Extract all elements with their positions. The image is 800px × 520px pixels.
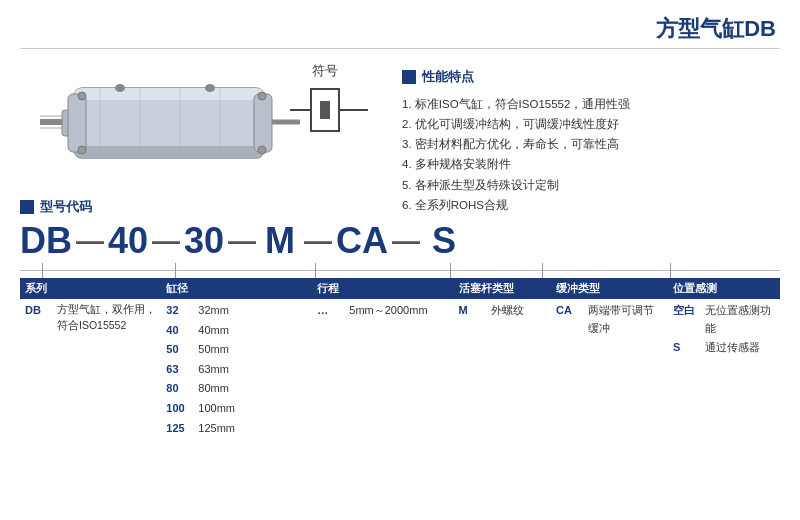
code-m: M	[260, 220, 300, 262]
bore-key-5: 100	[166, 400, 194, 418]
symbol-label: 符号	[312, 62, 338, 80]
section-title: 型号代码	[20, 198, 92, 216]
svg-rect-5	[74, 88, 264, 100]
svg-rect-6	[74, 146, 264, 158]
buffer-val-0: 两端带可调节缓冲	[588, 302, 663, 337]
col-series: 系列 DB 方型气缸，双作用，符合ISO15552	[20, 278, 161, 438]
col-buffer-header: 缓冲类型	[551, 278, 668, 299]
sensor-key-1: S	[673, 339, 701, 357]
connector-sensor	[670, 263, 671, 278]
svg-point-14	[258, 146, 266, 154]
page-title: 方型气缸DB	[656, 14, 776, 44]
connector-rod	[450, 263, 451, 278]
col-bore-header: 缸径	[161, 278, 312, 299]
feature-item-5: 5. 各种派生型及特殊设计定制	[402, 175, 768, 195]
col-series-header: 系列	[20, 278, 161, 299]
dash-1: —	[72, 225, 108, 257]
bore-key-4: 80	[166, 380, 194, 398]
bore-val-6: 125mm	[198, 420, 235, 438]
feature-item-6: 6. 全系列ROHS合规	[402, 195, 768, 215]
connector-db	[42, 263, 43, 278]
col-bore-row-5: 100 100mm	[161, 399, 312, 419]
col-rod: 活塞杆类型 M 外螺纹	[454, 278, 551, 438]
dash-5: —	[388, 225, 424, 257]
symbol-area: 符号	[310, 62, 340, 132]
sensor-key-0: 空白	[673, 302, 701, 337]
features-icon	[402, 70, 416, 84]
series-key-0: DB	[25, 302, 53, 334]
code-s: S	[424, 220, 464, 262]
col-sensor-header: 位置感测	[668, 278, 780, 299]
col-buffer-row-0: CA 两端带可调节缓冲	[551, 301, 668, 338]
bore-val-2: 50mm	[198, 341, 229, 359]
feature-item-4: 4. 多种规格安装附件	[402, 154, 768, 174]
col-buffer: 缓冲类型 CA 两端带可调节缓冲	[551, 278, 668, 438]
dash-2: —	[148, 225, 184, 257]
connector-stroke	[315, 263, 316, 278]
sensor-val-1: 通过传感器	[705, 339, 760, 357]
top-divider	[20, 48, 780, 49]
svg-rect-7	[68, 94, 86, 152]
col-bore-row-4: 80 80mm	[161, 379, 312, 399]
code-30: 30	[184, 220, 224, 262]
symbol-box	[310, 88, 340, 132]
bore-val-3: 63mm	[198, 361, 229, 379]
col-stroke: 行程 … 5mm～2000mm	[312, 278, 453, 438]
model-code: DB — 40 — 30 — M — CA — S	[20, 220, 780, 262]
svg-point-13	[78, 146, 86, 154]
product-image	[30, 58, 310, 188]
col-stroke-header: 行程	[312, 278, 453, 299]
bore-key-3: 63	[166, 361, 194, 379]
col-sensor-row-0: 空白 无位置感测功能	[668, 301, 780, 338]
col-sensor-row-1: S 通过传感器	[668, 338, 780, 358]
col-sensor: 位置感测 空白 无位置感测功能 S 通过传感器	[668, 278, 780, 438]
section-title-text: 型号代码	[40, 198, 92, 216]
code-columns: 系列 DB 方型气缸，双作用，符合ISO15552 缸径 32 32mm 40 …	[20, 278, 780, 438]
connector-bore	[175, 263, 176, 278]
bore-val-4: 80mm	[198, 380, 229, 398]
col-bore-row-3: 63 63mm	[161, 360, 312, 380]
bore-key-6: 125	[166, 420, 194, 438]
col-rod-header: 活塞杆类型	[454, 278, 551, 299]
col-bore-row-0: 32 32mm	[161, 301, 312, 321]
svg-rect-8	[254, 94, 272, 152]
col-rod-row-0: M 外螺纹	[454, 301, 551, 321]
stroke-key-0: …	[317, 302, 345, 320]
cylinder-svg	[40, 78, 300, 168]
bore-key-1: 40	[166, 322, 194, 340]
features-list: 1. 标准ISO气缸，符合ISO15552，通用性强 2. 优化可调缓冲结构，可…	[402, 94, 768, 215]
buffer-key-0: CA	[556, 302, 584, 337]
col-series-row-0: DB 方型气缸，双作用，符合ISO15552	[20, 301, 161, 335]
feature-item-3: 3. 密封材料配方优化，寿命长，可靠性高	[402, 134, 768, 154]
bore-key-0: 32	[166, 302, 194, 320]
features-title-text: 性能特点	[422, 68, 474, 86]
col-bore: 缸径 32 32mm 40 40mm 50 50mm 63 63mm 80 80…	[161, 278, 312, 438]
bore-val-5: 100mm	[198, 400, 235, 418]
col-bore-row-1: 40 40mm	[161, 321, 312, 341]
svg-point-12	[258, 92, 266, 100]
features-title: 性能特点	[402, 68, 768, 86]
code-db: DB	[20, 220, 72, 262]
features-panel: 性能特点 1. 标准ISO气缸，符合ISO15552，通用性强 2. 优化可调缓…	[390, 58, 780, 225]
svg-point-9	[115, 84, 125, 92]
section-icon	[20, 200, 34, 214]
feature-item-2: 2. 优化可调缓冲结构，可调缓冲线性度好	[402, 114, 768, 134]
col-stroke-row-0: … 5mm～2000mm	[312, 301, 453, 321]
bore-val-0: 32mm	[198, 302, 229, 320]
series-val-0: 方型气缸，双作用，符合ISO15552	[57, 302, 156, 334]
code-ca: CA	[336, 220, 388, 262]
dash-4: —	[300, 225, 336, 257]
code-40: 40	[108, 220, 148, 262]
rod-key-0: M	[459, 302, 487, 320]
connector-buffer	[542, 263, 543, 278]
bore-val-1: 40mm	[198, 322, 229, 340]
model-divider	[20, 270, 780, 271]
dash-3: —	[224, 225, 260, 257]
col-bore-row-2: 50 50mm	[161, 340, 312, 360]
bore-key-2: 50	[166, 341, 194, 359]
sensor-val-0: 无位置感测功能	[705, 302, 775, 337]
feature-item-1: 1. 标准ISO气缸，符合ISO15552，通用性强	[402, 94, 768, 114]
svg-point-11	[78, 92, 86, 100]
rod-val-0: 外螺纹	[491, 302, 524, 320]
stroke-val-0: 5mm～2000mm	[349, 302, 427, 320]
